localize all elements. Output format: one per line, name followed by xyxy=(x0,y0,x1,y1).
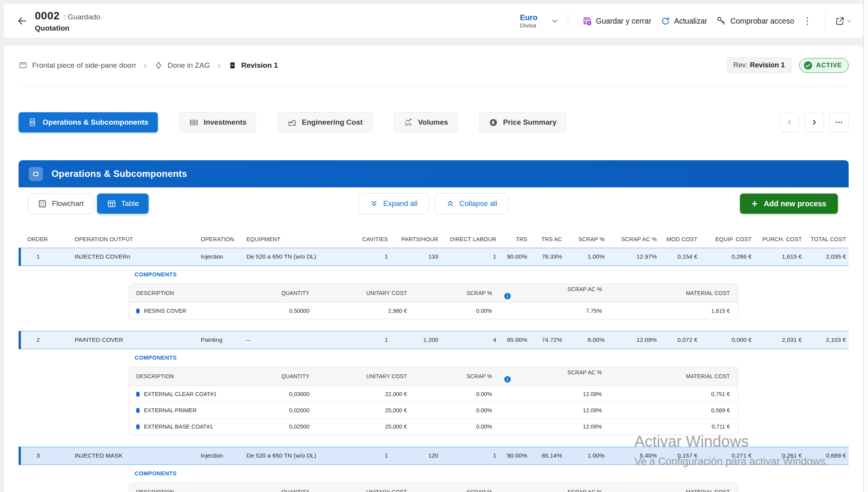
cell-scrap-ac: 12.97% xyxy=(609,248,661,266)
component-row[interactable]: EXTERNAL PRIMER 0,02000 25,000 € 0.00% 1… xyxy=(129,402,738,418)
tab-volumes-label: Volumes xyxy=(418,118,448,127)
panel-title: Operations & Subcomponents xyxy=(51,168,187,179)
process-row-2[interactable]: 2 PAINTED COVER Painting – 1 1.200 4 85.… xyxy=(20,331,849,349)
cell-quantity: 0,02000 xyxy=(263,402,318,418)
volumes-icon xyxy=(404,118,413,127)
cell-quantity: 0,50000 xyxy=(263,303,318,319)
component-row[interactable]: RESINS COVER 0,50000 2,980 € 0.00% 7.75%… xyxy=(129,303,738,319)
check-access-button[interactable]: Comprobar acceso xyxy=(712,13,799,29)
check-circle-icon xyxy=(803,61,813,70)
breadcrumb-revision[interactable]: Revision 1 xyxy=(228,61,278,70)
col-cavities: CAVITIES xyxy=(354,231,393,248)
operations-panel: Operations & Subcomponents Flowchart Tab… xyxy=(19,160,849,492)
cell-material-cost: 0,569 € xyxy=(610,402,738,418)
tab-engineering-cost[interactable]: Engineering Cost xyxy=(278,112,372,132)
operations-panel-header: Operations & Subcomponents xyxy=(19,160,849,187)
expand-all-button[interactable]: Expand all xyxy=(359,193,429,214)
table-view-button[interactable]: Table xyxy=(97,194,148,214)
currency-chevron-down-icon[interactable] xyxy=(551,17,559,25)
cell-comp-scrap: 0.00% xyxy=(415,303,501,319)
currency-field[interactable]: Euro Divisa xyxy=(520,13,538,29)
panel-icon xyxy=(29,167,43,181)
currency-label: Divisa xyxy=(520,22,538,29)
components-link[interactable]: COMPONENTS xyxy=(135,271,177,278)
col-operation-output: OPERATION OUTPUT xyxy=(55,231,191,248)
currency-value: Euro xyxy=(520,13,538,22)
check-access-label: Comprobar acceso xyxy=(730,17,794,26)
cell-trs: 90.00% xyxy=(501,248,532,266)
revision-icon xyxy=(228,61,237,70)
tabs-more-button[interactable] xyxy=(829,113,849,132)
tabs-prev-button[interactable] xyxy=(780,113,799,132)
share-icon xyxy=(835,16,845,26)
add-new-process-button[interactable]: + Add new process xyxy=(740,194,838,214)
components-header-row: DESCRIPTION QUANTITY UNITARY COST SCRAP … xyxy=(129,367,738,386)
process-row-1[interactable]: 1 INJECTED COVERn Injection De 520 a 650… xyxy=(20,248,849,266)
more-commands-button[interactable]: ⋮ xyxy=(799,15,816,26)
col-quantity: QUANTITY xyxy=(263,367,318,386)
cell-cavities: 1 xyxy=(354,447,393,465)
col-description: DESCRIPTION xyxy=(129,367,263,386)
table-icon xyxy=(107,199,116,209)
breadcrumb-project[interactable]: Done in ZAG xyxy=(154,61,210,70)
cell-description: RESINS COVER xyxy=(129,303,263,319)
flowchart-view-button[interactable]: Flowchart xyxy=(28,194,93,214)
cell-parts-hour: 133 xyxy=(393,248,443,266)
breadcrumb-part[interactable]: Frontal piece of side-pane doorr xyxy=(19,61,136,70)
cell-comp-scrap-ac: 12.09% xyxy=(501,402,610,418)
col-quantity: QUANTITY xyxy=(263,483,318,492)
component-dot-icon xyxy=(136,309,140,314)
tab-volumes[interactable]: Volumes xyxy=(394,112,458,132)
cell-total-cost: 0,689 € xyxy=(806,447,849,465)
document-number: 0002 xyxy=(35,10,60,22)
cell-scrap: 1.00% xyxy=(567,248,609,266)
cell-order: 3 xyxy=(20,447,55,465)
tab-operations-label: Operations & Subcomponents xyxy=(43,118,148,127)
save-close-button[interactable]: Guardar y cerrar xyxy=(578,13,656,29)
component-row[interactable]: EXTERNAL BASE COAT#1 0,02500 25,000 € 0.… xyxy=(129,418,738,435)
tab-price-summary-label: Price Summary xyxy=(503,118,556,127)
cell-operation: Painting xyxy=(191,331,238,349)
breadcrumb-revision-label: Revision 1 xyxy=(241,61,278,70)
ellipsis-icon xyxy=(835,118,843,127)
investments-icon xyxy=(189,118,198,127)
engineering-icon xyxy=(287,118,297,127)
revision-chip[interactable]: Rev:Revision 1 xyxy=(727,57,791,73)
components-link[interactable]: COMPONENTS xyxy=(135,470,177,477)
expand-all-label: Expand all xyxy=(383,199,418,208)
components-section-2: COMPONENTS DESCRIPTION QUANTITY UNITARY … xyxy=(20,349,849,447)
col-quantity: QUANTITY xyxy=(263,284,318,303)
table-header-row: ORDER OPERATION OUTPUT OPERATION EQUIPME… xyxy=(20,231,849,248)
cell-comp-scrap-ac: 12.09% xyxy=(501,386,610,402)
cell-order: 2 xyxy=(20,331,55,349)
info-icon[interactable] xyxy=(504,292,511,300)
vertical-scrollbar[interactable] xyxy=(863,0,868,492)
part-icon xyxy=(19,61,27,70)
double-chevron-up-icon xyxy=(446,200,454,208)
info-icon[interactable] xyxy=(504,375,511,383)
components-link[interactable]: COMPONENTS xyxy=(135,355,177,361)
cell-total-cost: 2,035 € xyxy=(806,248,849,266)
cell-purch-cost: 2,031 € xyxy=(756,331,806,349)
tabs-next-button[interactable] xyxy=(805,113,824,132)
cell-quantity: 0,02500 xyxy=(263,418,318,435)
svg-text:€: € xyxy=(492,120,495,125)
back-button[interactable] xyxy=(15,14,29,27)
tab-investments-label: Investments xyxy=(203,118,246,127)
collapse-all-button[interactable]: Collapse all xyxy=(435,193,508,214)
cell-purch-cost: 1,615 € xyxy=(756,248,806,266)
tab-investments[interactable]: Investments xyxy=(179,112,256,132)
tab-operations-subcomponents[interactable]: Operations & Subcomponents xyxy=(19,112,158,132)
operations-table: ORDER OPERATION OUTPUT OPERATION EQUIPME… xyxy=(19,231,849,492)
operations-icon xyxy=(28,118,38,127)
tab-price-summary[interactable]: € Price Summary xyxy=(479,112,566,132)
arrow-left-icon xyxy=(16,15,28,27)
refresh-button[interactable]: Actualizar xyxy=(656,13,712,29)
save-close-label: Guardar y cerrar xyxy=(596,17,651,26)
cell-scrap: 1.00% xyxy=(567,447,609,465)
col-operation: OPERATION xyxy=(191,231,238,248)
component-row[interactable]: EXTERNAL CLEAR COAT#1 0,03000 22,000 € 0… xyxy=(129,386,738,402)
components-header-row: DESCRIPTION QUANTITY UNITARY COST SCRAP … xyxy=(129,483,738,492)
process-row-3[interactable]: 3 INJECTED MASK Injection De 520 a 650 T… xyxy=(20,447,849,465)
share-button[interactable] xyxy=(835,16,852,26)
